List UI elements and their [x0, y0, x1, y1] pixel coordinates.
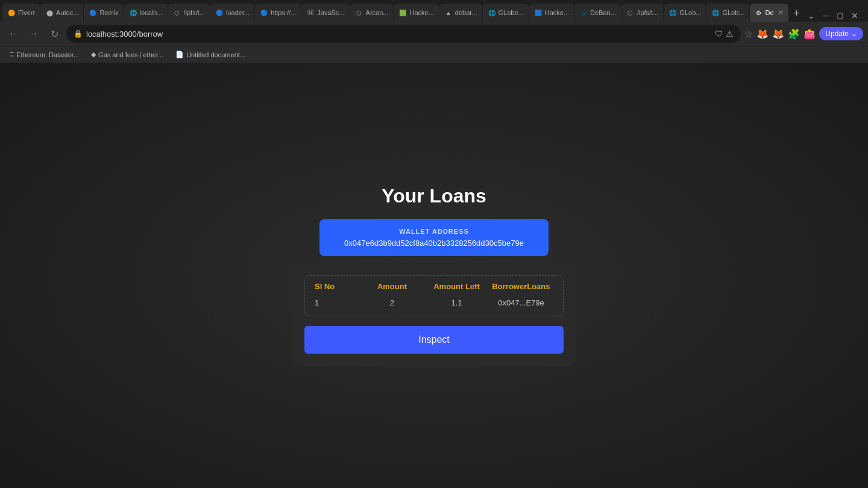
metamask-icon[interactable]: 🦊 — [756, 28, 769, 40]
cell-borrower-loans: 0x047...E79e — [489, 298, 553, 307]
wallet-address: 0x047e6d3b9dd52cf8a40b2b3328256dd30c5be7… — [332, 239, 536, 248]
bookmark-doc[interactable]: 📄 Untitled document... — [171, 49, 250, 60]
tab-ipfs2[interactable]: ⬡ /ipfs/t... — [621, 4, 663, 22]
address-text: localhost:3000/borrow — [86, 30, 711, 39]
update-button[interactable]: Update ⌄ — [819, 27, 863, 40]
tab-label-globe1: GLobe... — [498, 9, 524, 16]
close-window-button[interactable]: ✕ — [849, 10, 861, 22]
tab-arcan[interactable]: ⬡ Arcan... — [350, 4, 394, 22]
page-title: Your Loans — [382, 185, 486, 207]
tab-globe1[interactable]: 🌐 GLobe... — [483, 4, 529, 22]
doc-favicon: 📄 — [175, 51, 184, 58]
inspect-button[interactable]: Inspect — [304, 326, 564, 354]
maximize-button[interactable]: □ — [835, 10, 845, 22]
loans-table: Sl No Amount Amount Left BorrowerLoans 1… — [304, 275, 564, 316]
tab-label-https: https://... — [271, 9, 296, 16]
hacke2-favicon: 🟦 — [534, 8, 542, 17]
tab-label-globe2: GLob... — [679, 9, 701, 16]
bookmark-gas-label: Gas and fees | ether... — [98, 51, 163, 58]
fiverr-favicon: 🟠 — [7, 8, 16, 17]
tab-autoc[interactable]: ⬤ Autoc... — [40, 4, 83, 22]
cell-amount-left: 1.1 — [424, 298, 489, 307]
table-row: 1 2 1.1 0x047...E79e — [315, 296, 553, 310]
tab-fiverr[interactable]: 🟠 Fiverr — [2, 4, 40, 22]
bookmark-gas[interactable]: ◆ Gas and fees | ether... — [86, 49, 168, 60]
tab-debar2[interactable]: 🌑 DeBan... — [574, 4, 621, 22]
hacke1-favicon: 🟩 — [398, 8, 407, 17]
tab-active-de[interactable]: ⚙ De ✕ — [750, 4, 788, 22]
debar-favicon: ▲ — [444, 8, 453, 17]
header-sl-no: Sl No — [315, 282, 360, 291]
javasc-favicon: Ⓝ — [306, 8, 315, 17]
ipfs2-favicon: ⬡ — [626, 8, 635, 17]
localh-favicon: 🌐 — [129, 8, 137, 17]
header-amount-left: Amount Left — [424, 282, 489, 291]
tab-hacke1[interactable]: 🟩 Hacke... — [394, 4, 438, 22]
bookmark-button[interactable]: ☆ — [744, 28, 753, 40]
tab-bar: 🟠 Fiverr ⬤ Autoc... 🔵 Remix 🌐 localh... … — [0, 0, 868, 22]
header-amount: Amount — [360, 282, 424, 291]
tab-hacke2[interactable]: 🟦 Hacke... — [529, 4, 574, 22]
tab-label-localh: localh... — [140, 9, 163, 16]
tab-javasc[interactable]: Ⓝ JavaSc... — [301, 4, 349, 22]
tab-label-loader: loader... — [226, 9, 250, 16]
tab-label-de: De — [766, 9, 774, 16]
globe3-favicon: 🌐 — [711, 8, 720, 17]
bookmark-ethereum[interactable]: Ξ Ethereum: Datastor... — [5, 50, 84, 60]
puzzle-icon[interactable]: 🧩 — [788, 28, 800, 40]
tab-globe3[interactable]: 🌐 GLob... — [706, 4, 749, 22]
tab-list-button[interactable]: ⌄ — [805, 10, 817, 22]
page-content: Your Loans WALLET ADDRESS 0x047e6d3b9dd5… — [0, 63, 868, 488]
bookmark-doc-label: Untitled document... — [186, 51, 245, 58]
tab-label-ipfs1: /ipfs/t... — [184, 9, 205, 16]
tab-loader[interactable]: 🔵 loader... — [210, 4, 254, 22]
tab-localh[interactable]: 🌐 localh... — [124, 4, 168, 22]
update-chevron-icon: ⌄ — [851, 30, 857, 38]
back-button[interactable]: ← — [5, 25, 22, 42]
tab-globe2[interactable]: 🌐 GLob... — [664, 4, 706, 22]
wallet-card: WALLET ADDRESS 0x047e6d3b9dd52cf8a40b2b3… — [319, 219, 549, 256]
tab-close-icon[interactable]: ✕ — [778, 8, 784, 17]
tab-label-fiverr: Fiverr — [18, 9, 35, 16]
globe2-favicon: 🌐 — [668, 8, 677, 17]
de-favicon: ⚙ — [755, 8, 763, 17]
https-favicon: 🔵 — [260, 8, 268, 17]
tab-https[interactable]: 🔵 https://... — [255, 4, 301, 22]
shield-icon: 🛡 — [715, 29, 723, 39]
address-bar-row: ← → ↻ 🔒 localhost:3000/borrow 🛡 ⚠ ☆ 🦊 🦊 … — [0, 22, 868, 46]
tab-label-debar: debar... — [455, 9, 477, 16]
debar2-favicon: 🌑 — [579, 8, 588, 17]
tab-label-javasc: JavaSc... — [317, 9, 344, 16]
tab-label-globe3: GLob... — [722, 9, 744, 16]
address-bar[interactable]: 🔒 localhost:3000/borrow 🛡 ⚠ — [66, 25, 741, 43]
header-borrower-loans: BorrowerLoans — [489, 282, 553, 291]
loans-container: Sl No Amount Amount Left BorrowerLoans 1… — [292, 263, 576, 366]
tab-label-remix: Remix — [99, 9, 118, 16]
tab-ipfs1[interactable]: ⬡ /ipfs/t... — [168, 4, 210, 22]
tab-label-hacke2: Hacke... — [545, 9, 569, 16]
reload-button[interactable]: ↻ — [46, 25, 63, 42]
tab-label-debar2: DeBan... — [590, 9, 616, 16]
bookmark-ethereum-label: Ethereum: Datastor... — [16, 51, 79, 58]
remix-favicon: 🔵 — [89, 8, 97, 17]
tab-debar[interactable]: ▲ debar... — [439, 4, 482, 22]
lock-icon: 🔒 — [74, 30, 83, 38]
tab-label-autoc: Autoc... — [56, 9, 78, 16]
tab-label-arcan: Arcan... — [366, 9, 389, 16]
tab-bar-controls: ⌄ ─ □ ✕ — [805, 10, 866, 22]
gas-favicon: ◆ — [91, 51, 96, 58]
new-tab-button[interactable]: + — [789, 5, 805, 22]
loader-favicon: 🔵 — [215, 8, 224, 17]
browser-frame: 🟠 Fiverr ⬤ Autoc... 🔵 Remix 🌐 localh... … — [0, 0, 868, 63]
bookmarks-bar: Ξ Ethereum: Datastor... ◆ Gas and fees |… — [0, 46, 868, 63]
address-bar-icons: 🛡 ⚠ — [715, 29, 734, 39]
warning-icon: ⚠ — [726, 29, 734, 39]
forward-button[interactable]: → — [25, 25, 42, 42]
minimize-button[interactable]: ─ — [821, 10, 832, 22]
extension-icons: 🦊 🦊 🧩 👛 — [756, 28, 816, 40]
update-label: Update — [825, 30, 849, 38]
autoc-favicon: ⬤ — [45, 8, 54, 17]
wallet-icon[interactable]: 👛 — [804, 28, 816, 40]
tab-remix[interactable]: 🔵 Remix — [84, 4, 123, 22]
fox-icon[interactable]: 🦊 — [772, 28, 784, 40]
